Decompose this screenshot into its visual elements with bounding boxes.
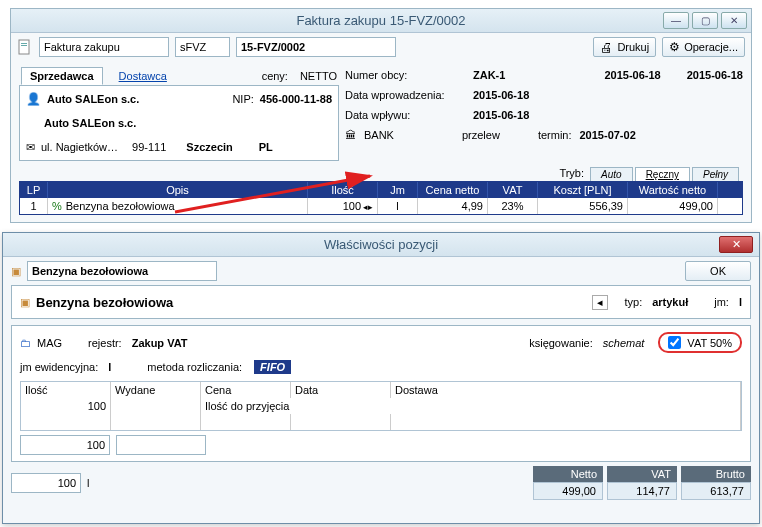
h-ilosc[interactable]: Ilość bbox=[308, 182, 378, 198]
sum-v-brutto: 613,77 bbox=[681, 482, 751, 500]
addr-country: PL bbox=[259, 141, 273, 153]
data-wplywu-label: Data wpływu: bbox=[345, 109, 465, 121]
doc-type-field[interactable]: Faktura zakupu bbox=[39, 37, 169, 57]
ksieg-value[interactable]: schemat bbox=[603, 337, 645, 349]
h-lp[interactable]: LP bbox=[20, 182, 48, 198]
h-wart[interactable]: Wartość netto bbox=[628, 182, 718, 198]
t2-h-cena[interactable]: Cena bbox=[201, 382, 291, 398]
delivery-table: Ilość Wydane Cena Data Dostawa 100 Ilość… bbox=[20, 381, 742, 431]
jm-label: jm: bbox=[714, 296, 729, 308]
close-button[interactable]: ✕ bbox=[719, 236, 753, 253]
svg-rect-1 bbox=[21, 43, 27, 44]
t2-h-wydane[interactable]: Wydane bbox=[111, 382, 201, 398]
company-icon: 👤 bbox=[26, 92, 41, 106]
minimize-button[interactable]: — bbox=[663, 12, 689, 29]
tab-pelny[interactable]: Pełny bbox=[692, 167, 739, 181]
number-field[interactable]: 15-FVZ/0002 bbox=[236, 37, 396, 57]
table-row[interactable]: 100 Ilość do przyjęcia bbox=[21, 398, 741, 414]
jm-value: l bbox=[739, 296, 742, 308]
przelew[interactable]: przelew bbox=[462, 129, 500, 141]
tab-seller[interactable]: Sprzedawca bbox=[21, 67, 103, 85]
window2-title: Właściwości pozycji bbox=[324, 237, 438, 252]
t2-h-data[interactable]: Data bbox=[291, 382, 391, 398]
qty-input2[interactable] bbox=[116, 435, 206, 455]
seller-name2: Auto SALEon s.c. bbox=[44, 117, 136, 129]
t2-h-dostawa[interactable]: Dostawa bbox=[391, 382, 741, 398]
r1-opis: %Benzyna bezołowiowa bbox=[48, 198, 308, 214]
svg-rect-0 bbox=[19, 40, 29, 54]
mag-label[interactable]: MAG bbox=[37, 337, 62, 349]
sum-h-brutto: Brutto bbox=[681, 466, 751, 482]
h-vat[interactable]: VAT bbox=[488, 182, 538, 198]
r1-wart: 499,00 bbox=[628, 198, 718, 214]
qty-input[interactable]: 100 bbox=[20, 435, 110, 455]
sum-h-vat: VAT bbox=[607, 466, 677, 482]
tab-auto[interactable]: Auto bbox=[590, 167, 633, 181]
h-koszt[interactable]: Koszt [PLN] bbox=[538, 182, 628, 198]
data-wplywu-value[interactable]: 2015-06-18 bbox=[473, 109, 529, 121]
ilosc-do-przyj-label: Ilość do przyjęcia bbox=[201, 398, 741, 414]
ksieg-label: księgowanie: bbox=[529, 337, 593, 349]
bottom-jm: l bbox=[87, 477, 89, 489]
document-icon bbox=[17, 39, 33, 55]
r1-ilosc[interactable]: 100◂▸ bbox=[308, 198, 378, 214]
addr-street: ul. Nagietków… bbox=[41, 141, 118, 153]
titlebar: Faktura zakupu 15-FVZ/0002 — ▢ ✕ bbox=[11, 9, 751, 33]
data-wprowadzenia-value[interactable]: 2015-06-18 bbox=[473, 89, 529, 101]
envelope-icon: ✉ bbox=[26, 141, 35, 154]
bottom-qty[interactable]: 100 bbox=[11, 473, 81, 493]
print-button[interactable]: 🖨Drukuj bbox=[593, 37, 656, 57]
addr-code: 99-111 bbox=[132, 141, 166, 153]
termin-value[interactable]: 2015-07-02 bbox=[580, 129, 636, 141]
nav-prev[interactable]: ◂ bbox=[592, 295, 608, 310]
h-jm[interactable]: Jm bbox=[378, 182, 418, 198]
ok-button[interactable]: OK bbox=[685, 261, 751, 281]
printer-icon: 🖨 bbox=[600, 40, 613, 55]
invoice-window: Faktura zakupu 15-FVZ/0002 — ▢ ✕ Faktura… bbox=[10, 8, 752, 223]
h-cena[interactable]: Cena netto bbox=[418, 182, 488, 198]
line-items-grid: LP Opis Ilość Jm Cena netto VAT Koszt [P… bbox=[19, 181, 743, 215]
ceny-label: ceny: bbox=[262, 70, 288, 82]
numer-obcy-value: ZAK-1 bbox=[473, 69, 505, 81]
nip-value: 456-000-11-88 bbox=[260, 93, 332, 105]
panel-top: ▣ Benzyna bezołowiowa ◂ typ: artykuł jm:… bbox=[11, 285, 751, 319]
bank-label[interactable]: BANK bbox=[364, 129, 394, 141]
table-row[interactable]: 1 %Benzyna bezołowiowa 100◂▸ l 4,99 23% … bbox=[20, 198, 742, 214]
item-name2: Benzyna bezołowiowa bbox=[36, 295, 173, 310]
vat50-highlight: VAT 50% bbox=[658, 332, 742, 353]
date2[interactable]: 2015-06-18 bbox=[687, 69, 743, 81]
code-field[interactable]: sFVZ bbox=[175, 37, 230, 57]
t2-h-ilosc[interactable]: Ilość bbox=[21, 382, 111, 398]
numer-obcy-label: Numer obcy: bbox=[345, 69, 465, 81]
bank-icon: 🏛 bbox=[345, 129, 356, 141]
operations-button[interactable]: ⚙Operacje... bbox=[662, 37, 745, 57]
table-row-empty bbox=[21, 414, 741, 430]
jm-ewid-value: l bbox=[108, 361, 111, 373]
svg-rect-2 bbox=[21, 45, 27, 46]
r1-cena: 4,99 bbox=[418, 198, 488, 214]
item-icon2: ▣ bbox=[20, 296, 30, 309]
maximize-button[interactable]: ▢ bbox=[692, 12, 718, 29]
ceny-value: NETTO bbox=[300, 70, 337, 82]
tab-reczny[interactable]: Ręczny bbox=[635, 167, 690, 181]
termin-label: termin: bbox=[538, 129, 572, 141]
close-button[interactable]: ✕ bbox=[721, 12, 747, 29]
gear-icon: ⚙ bbox=[669, 40, 680, 54]
item-properties-window: Właściwości pozycji ✕ ▣ Benzyna bezołowi… bbox=[2, 232, 760, 524]
r1-vat: 23% bbox=[488, 198, 538, 214]
h-opis[interactable]: Opis bbox=[48, 182, 308, 198]
item-name-field[interactable]: Benzyna bezołowiowa bbox=[27, 261, 217, 281]
metoda-label: metoda rozliczania: bbox=[147, 361, 242, 373]
date1[interactable]: 2015-06-18 bbox=[604, 69, 660, 81]
vat50-label: VAT 50% bbox=[687, 337, 732, 349]
rejestr-value[interactable]: Zakup VAT bbox=[132, 337, 188, 349]
r1-jm: l bbox=[378, 198, 418, 214]
typ-value: artykuł bbox=[652, 296, 688, 308]
panel-register: 🗀 MAG rejestr: Zakup VAT księgowanie: sc… bbox=[11, 325, 751, 462]
vat50-checkbox[interactable] bbox=[668, 336, 681, 349]
seller-name[interactable]: Auto SALEon s.c. bbox=[47, 93, 139, 105]
tab-supplier[interactable]: Dostawca bbox=[111, 68, 175, 84]
toolbar: Faktura zakupu sFVZ 15-FVZ/0002 🖨Drukuj … bbox=[11, 33, 751, 61]
sum-v-vat: 114,77 bbox=[607, 482, 677, 500]
jm-ewid-label: jm ewidencyjna: bbox=[20, 361, 98, 373]
